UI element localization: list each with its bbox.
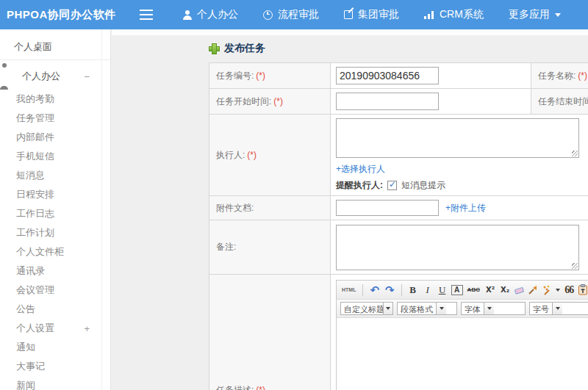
top-nav-item[interactable]: 个人办公 xyxy=(171,0,251,29)
sidebar-item[interactable]: 个人桌面 xyxy=(0,34,110,60)
add-task-icon xyxy=(209,44,219,54)
sidebar-item[interactable]: 手机短信 xyxy=(0,147,110,166)
top-nav-item[interactable]: 流程审批 xyxy=(251,0,331,29)
chevron-down-icon xyxy=(440,307,444,312)
required-mark: (*) xyxy=(256,385,265,390)
top-nav-item-label: 个人办公 xyxy=(197,8,238,21)
sidebar-item[interactable]: 个人文件柜 xyxy=(0,242,110,261)
sidebar-item[interactable]: 会议管理 xyxy=(0,281,110,300)
attachment-input[interactable] xyxy=(336,200,439,216)
superscript-button[interactable]: X² xyxy=(484,284,496,297)
sidebar-item-label: 通知 xyxy=(16,341,35,354)
strikethrough-button[interactable]: ABC xyxy=(466,284,481,297)
attachment-label: 附件文档: xyxy=(216,203,254,213)
sidebar-item[interactable]: 短消息 xyxy=(0,166,110,185)
undo-icon[interactable]: ↶ xyxy=(368,284,381,297)
content-top-strip xyxy=(112,29,588,35)
attachment-upload-link[interactable]: +附件上传 xyxy=(445,202,486,214)
sidebar-item-label: 短消息 xyxy=(16,169,45,182)
italic-button[interactable]: I xyxy=(422,284,434,297)
sidebar-item[interactable]: 任务管理 xyxy=(0,109,110,128)
main-content: 发布任务 任务编号:(*) 任务名称:(*) xyxy=(112,29,588,390)
sidebar-item[interactable]: 大事记 xyxy=(0,357,110,376)
required-mark: (*) xyxy=(256,71,265,81)
editor-content-area[interactable] xyxy=(337,318,588,390)
font-style-button[interactable]: A xyxy=(451,285,463,295)
bold-button[interactable]: B xyxy=(407,284,419,297)
resize-handle[interactable] xyxy=(572,263,578,269)
sidebar-item[interactable]: 内部邮件 xyxy=(0,128,110,147)
start-time-label: 任务开始时间: xyxy=(216,96,271,106)
eraser-icon[interactable] xyxy=(514,284,525,297)
start-time-label-cell: 任务开始时间:(*) xyxy=(209,89,331,115)
sidebar-item-label: 任务管理 xyxy=(16,112,54,125)
headings-dropdown[interactable]: 自定义标题 xyxy=(340,302,393,315)
approve-icon xyxy=(344,10,353,19)
expand-toggle-icon[interactable]: + xyxy=(84,323,90,334)
task-number-label: 任务编号: xyxy=(216,71,254,81)
underline-button[interactable]: U xyxy=(437,284,448,297)
top-nav-item[interactable]: CRM系统 xyxy=(412,0,496,29)
chevron-down-icon[interactable] xyxy=(556,289,560,294)
paste-template-icon[interactable] xyxy=(578,284,588,297)
top-nav-item-label: 集团审批 xyxy=(358,8,399,21)
page-header: 发布任务 xyxy=(209,42,265,55)
editor-toolbar-row2: 自定义标题 段落格式 字体 xyxy=(337,300,588,318)
executor-textarea[interactable] xyxy=(336,118,579,158)
font-size-dropdown[interactable]: 字号 xyxy=(529,302,588,315)
person-icon xyxy=(7,72,15,81)
sidebar-item-label: 日程安排 xyxy=(16,188,54,201)
sidebar-item-label: 内部邮件 xyxy=(16,131,54,144)
sidebar-item-label: 会议管理 xyxy=(16,284,54,297)
sidebar-item-label: 个人设置 xyxy=(16,322,54,335)
sms-remind-checkbox[interactable] xyxy=(387,181,397,190)
sidebar-item-label: 公告 xyxy=(16,303,35,316)
required-mark: (*) xyxy=(578,71,587,81)
paragraph-format-dropdown[interactable]: 段落格式 xyxy=(397,302,457,315)
sidebar-item-label: 大事记 xyxy=(16,360,45,373)
resize-handle[interactable] xyxy=(572,151,578,156)
sidebar-item-label: 工作日志 xyxy=(16,207,54,220)
menu-icon[interactable] xyxy=(140,14,153,15)
task-number-input[interactable] xyxy=(336,67,439,84)
chevron-down-icon xyxy=(556,307,560,312)
app-window: PHPOA协同办公软件 个人办公 流程审批 集团审批 CRM系统 xyxy=(0,0,588,390)
sidebar-item[interactable]: 新闻 xyxy=(0,376,110,390)
remark-textarea[interactable] xyxy=(336,225,579,270)
task-name-label: 任务名称: xyxy=(538,71,576,81)
sidebar-item[interactable]: 个人设置 + xyxy=(0,319,110,338)
sidebar-item[interactable]: 日程安排 xyxy=(0,185,110,204)
subscript-button[interactable]: X₂ xyxy=(499,284,511,297)
chevron-down-icon xyxy=(555,13,561,20)
end-time-label-cell: 任务结束时间:(*) xyxy=(531,89,588,115)
expand-toggle-icon[interactable]: − xyxy=(84,71,90,82)
top-nav-item[interactable]: 集团审批 xyxy=(331,0,412,29)
sidebar-item-label: 新闻 xyxy=(16,379,35,390)
top-nav-item-label: 流程审批 xyxy=(278,8,319,21)
sidebar-item-label: 个人文件柜 xyxy=(16,245,64,259)
choose-executor-link[interactable]: +选择执行人 xyxy=(336,164,385,174)
blockquote-button[interactable]: 66 xyxy=(563,284,575,297)
start-time-input[interactable] xyxy=(336,93,439,110)
description-label: 任务描述: xyxy=(216,385,254,390)
sidebar-item[interactable]: 工作日志 xyxy=(0,204,110,223)
sidebar-item[interactable]: 通知 xyxy=(0,338,110,357)
top-nav-item[interactable]: 更多应用 xyxy=(496,0,573,29)
attachment-label-cell: 附件文档: xyxy=(209,196,331,220)
sidebar-item[interactable]: 通讯录 xyxy=(0,261,110,281)
editor-toolbar-row1: HTML ↶ ↷ B I U A ABC X² xyxy=(337,281,588,300)
sidebar-item[interactable]: 工作计划 xyxy=(0,223,110,242)
font-family-dropdown[interactable]: 字体 xyxy=(461,302,526,315)
rich-text-editor: HTML ↶ ↷ B I U A ABC X² xyxy=(336,280,588,390)
html-source-button[interactable]: HTML xyxy=(340,284,357,297)
sidebar-item[interactable]: 我的考勤 xyxy=(0,90,110,109)
sidebar-item[interactable]: 个人办公 − xyxy=(0,63,110,90)
task-number-label-cell: 任务编号:(*) xyxy=(209,63,331,89)
sidebar-item[interactable]: 公告 xyxy=(0,300,110,319)
end-time-label: 任务结束时间: xyxy=(538,96,588,106)
highlight-wand-icon[interactable] xyxy=(542,284,553,297)
format-brush-icon[interactable] xyxy=(528,284,539,297)
sidebar-item-label: 个人桌面 xyxy=(14,40,52,54)
task-form: 任务编号:(*) 任务名称:(*) 任务开始时间:(*) xyxy=(209,62,588,390)
redo-icon[interactable]: ↷ xyxy=(384,284,396,297)
